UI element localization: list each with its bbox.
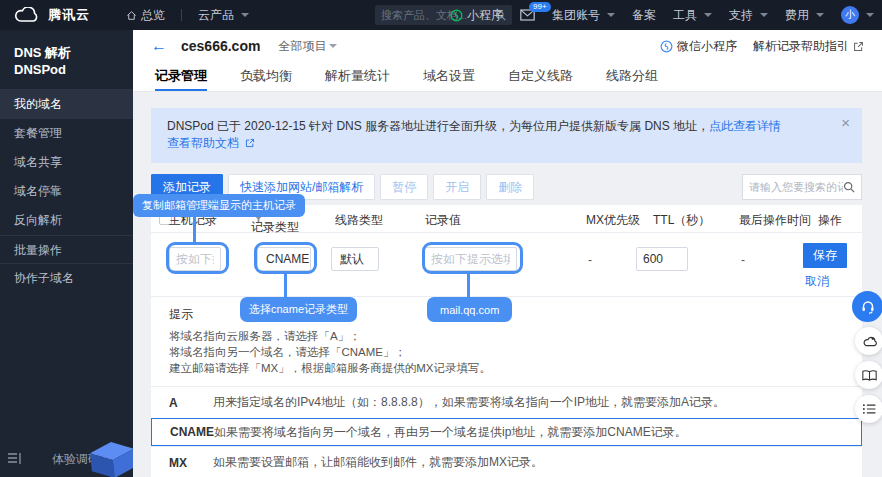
tip-line: 将域名指向云服务器，请选择「A」； — [169, 328, 844, 344]
headset-icon — [860, 299, 876, 315]
brand-name[interactable]: 腾讯云 — [48, 6, 90, 24]
cloud-icon — [862, 335, 877, 348]
tab-line-groups[interactable]: 线路分组 — [606, 62, 658, 91]
menu-support[interactable]: 支持 — [729, 7, 768, 24]
page-title: ces666.com — [181, 38, 260, 54]
list-icon — [862, 403, 876, 415]
callout-mail-value: mail.qq.com — [427, 297, 512, 322]
delete-button[interactable]: 删除 — [486, 174, 534, 200]
record-type-row-a[interactable]: A 用来指定域名的IPv4地址（如：8.8.8.8），如果需要将域名指向一个IP… — [151, 386, 862, 418]
tab-record-management[interactable]: 记录管理 — [155, 62, 207, 91]
avatar[interactable]: 小 — [841, 6, 859, 24]
records-panel: 主机记录 记录类型 线路类型 记录值 MX优先级 TTL（秒） 最后操作时间 操… — [151, 205, 862, 477]
chevron-down-icon — [241, 13, 249, 17]
customer-service-button[interactable] — [852, 291, 882, 322]
record-search[interactable] — [742, 174, 862, 200]
sidebar-item-plan-management[interactable]: 套餐管理 — [0, 119, 133, 148]
record-type-select[interactable]: CNAME — [257, 247, 311, 271]
tab-resolution-stats[interactable]: 解析量统计 — [325, 62, 390, 91]
notice-banner: DNSPod 已于 2020-12-15 针对 DNS 服务器地址进行全面升级，… — [151, 108, 862, 163]
line-type-select[interactable]: 默认 — [331, 247, 379, 271]
sidebar-footer: 体验调研 — [0, 443, 133, 477]
decorative-cube-graphic — [87, 440, 133, 477]
docs-button[interactable] — [855, 361, 882, 389]
tab-load-balancing[interactable]: 负载均衡 — [240, 62, 292, 91]
sidebar-item-my-domains[interactable]: 我的域名 — [0, 90, 133, 119]
ttl-input[interactable] — [636, 247, 688, 271]
record-type-row-cname[interactable]: CNAME 如果需要将域名指向另一个域名，再由另一个域名提供ip地址，就需要添加… — [151, 418, 862, 446]
sidebar-item-domain-parking[interactable]: 域名停靠 — [0, 177, 133, 206]
menu-group-account[interactable]: 集团账号 — [552, 7, 615, 24]
col-last-op: 最后操作时间 — [739, 212, 811, 229]
list-menu-button[interactable] — [855, 395, 882, 423]
col-line: 线路类型 — [335, 212, 383, 229]
account-menu[interactable]: 小 — [841, 6, 874, 24]
sidebar-item-domain-sharing[interactable]: 域名共享 — [0, 148, 133, 177]
mini-program-entry[interactable]: 小程序 — [450, 7, 503, 24]
nav-products[interactable]: 云产品 — [198, 7, 249, 24]
tip-line: 建立邮箱请选择「MX」，根据邮箱服务商提供的MX记录填写。 — [169, 360, 844, 376]
callout-host-record: 复制邮箱管理端显示的主机记录 — [133, 194, 305, 217]
project-filter[interactable]: 全部项目 — [278, 38, 337, 55]
wechat-mini-program-link[interactable]: 微信小程序 — [660, 38, 737, 55]
chevron-down-icon — [760, 13, 768, 17]
home-icon — [126, 10, 137, 21]
tab-custom-lines[interactable]: 自定义线路 — [508, 62, 573, 91]
col-mx: MX优先级 — [586, 212, 640, 229]
nav-overview[interactable]: 总览 — [126, 7, 165, 24]
record-type-row-mx[interactable]: MX 如果需要设置邮箱，让邮箱能收到邮件，就需要添加MX记录。 — [151, 446, 862, 477]
last-op-time-value: - — [741, 253, 745, 267]
main-area: ← ces666.com 全部项目 微信小程序 解析记录帮助指引 记录管理 负载… — [133, 30, 882, 477]
sidebar: DNS 解析 DNSPod 我的域名 套餐管理 域名共享 域名停靠 反向解析 批… — [0, 30, 133, 477]
record-value-input[interactable] — [424, 247, 517, 271]
menu-tools[interactable]: 工具 — [673, 7, 712, 24]
message-count-badge: 99+ — [529, 2, 551, 12]
col-ttl: TTL（秒） — [653, 212, 710, 229]
menu-billing[interactable]: 费用 — [785, 7, 824, 24]
chevron-down-icon — [866, 13, 874, 17]
chevron-down-icon — [816, 13, 824, 17]
banner-detail-link[interactable]: 点此查看详情 — [709, 119, 781, 133]
host-record-input[interactable] — [169, 247, 221, 271]
banner-doc-link[interactable]: 查看帮助文档 — [167, 136, 239, 150]
tencent-cloud-logo-icon[interactable] — [12, 7, 38, 23]
topbar: 腾讯云 总览 云产品 小程序 99+ 集团账号 备案 工具 支持 费用 小 — [0, 0, 882, 30]
col-value: 记录值 — [425, 212, 461, 229]
callout-connector — [193, 217, 196, 243]
tab-bar: 记录管理 负载均衡 解析量统计 域名设置 自定义线路 线路分组 — [133, 62, 882, 92]
content-area: DNSPod 已于 2020-12-15 针对 DNS 服务器地址进行全面升级，… — [133, 92, 882, 477]
chevron-down-icon — [607, 13, 615, 17]
record-edit-row: CNAME 默认 - - 保存 取消 — [151, 233, 862, 297]
save-button[interactable]: 保存 — [803, 243, 847, 268]
chevron-down-icon — [704, 13, 712, 17]
search-icon[interactable] — [843, 181, 855, 193]
menu-icp[interactable]: 备案 — [632, 7, 656, 24]
sidebar-title: DNS 解析 DNSPod — [0, 30, 133, 90]
callout-connector — [284, 274, 287, 298]
banner-text: DNSPod 已于 2020-12-15 针对 DNS 服务器地址进行全面升级，… — [167, 119, 709, 133]
record-search-input[interactable] — [749, 181, 843, 193]
mini-program-icon — [660, 40, 673, 53]
mini-program-icon — [450, 9, 463, 22]
cancel-link[interactable]: 取消 — [805, 273, 829, 290]
pause-button[interactable]: 暂停 — [380, 174, 428, 200]
record-help-guide-link[interactable]: 解析记录帮助指引 — [753, 38, 864, 55]
external-link-icon — [245, 138, 255, 148]
banner-close-icon[interactable]: × — [841, 114, 850, 131]
back-button[interactable]: ← — [151, 38, 167, 54]
chevron-down-icon — [329, 44, 337, 48]
sidebar-item-collaborator-subdomains[interactable]: 协作子域名 — [0, 264, 133, 293]
open-book-icon — [862, 369, 877, 382]
page-header: ← ces666.com 全部项目 微信小程序 解析记录帮助指引 — [133, 30, 882, 62]
tab-domain-settings[interactable]: 域名设置 — [423, 62, 475, 91]
sidebar-item-reverse-dns[interactable]: 反向解析 — [0, 206, 133, 235]
record-type-table: A 用来指定域名的IPv4地址（如：8.8.8.8），如果需要将域名指向一个IP… — [151, 386, 862, 477]
enable-button[interactable]: 开启 — [433, 174, 481, 200]
sidebar-item-batch-operations[interactable]: 批量操作 — [0, 235, 133, 264]
messages-button[interactable]: 99+ — [520, 9, 535, 21]
external-link-icon — [853, 41, 864, 52]
feedback-button[interactable] — [855, 327, 882, 355]
collapse-sidebar-icon[interactable] — [8, 453, 21, 467]
tip-line: 将域名指向另一个域名，请选择「CNAME」； — [169, 344, 844, 360]
mx-priority-value: - — [588, 253, 592, 267]
